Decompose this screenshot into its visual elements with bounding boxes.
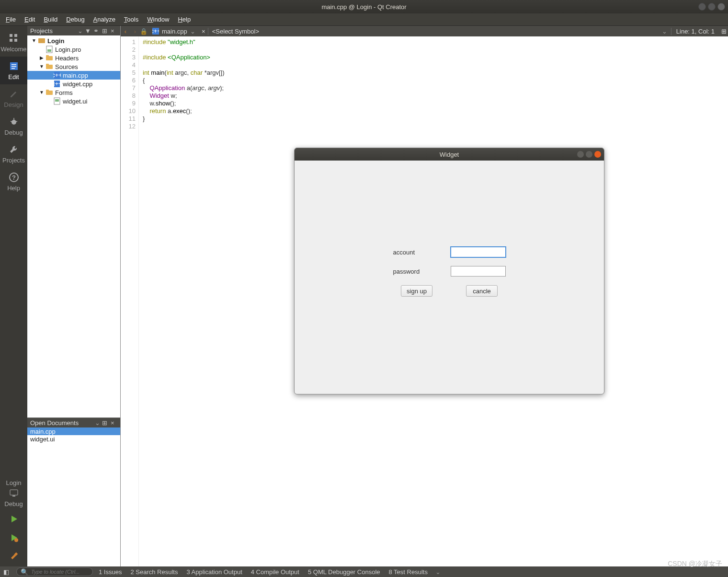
svg-line-10: [11, 121, 12, 122]
open-doc-row[interactable]: main.cpp: [27, 427, 120, 435]
menu-build[interactable]: Build: [40, 14, 61, 24]
signup-button[interactable]: sign up: [401, 285, 432, 297]
minimize-icon[interactable]: [698, 3, 706, 11]
output-tab[interactable]: 1 Issues: [99, 568, 122, 576]
filter-icon[interactable]: ▼: [85, 27, 91, 34]
svg-rect-7: [11, 68, 15, 69]
grid-icon: [8, 33, 20, 44]
mode-help[interactable]: ? Help: [0, 168, 27, 196]
status-bar: ◧ 🔍 1 Issues2 Search Results3 Applicatio…: [0, 566, 728, 577]
svg-point-8: [11, 120, 16, 125]
nav-back-icon[interactable]: ‹: [121, 28, 130, 35]
cancel-button[interactable]: cancle: [466, 285, 498, 297]
projects-panel-header: Projects ⌄ ▼ ⚭ ⊞ ×: [27, 26, 120, 35]
expander-icon[interactable]: ▼: [39, 90, 45, 95]
expander-icon[interactable]: [39, 46, 45, 52]
tree-row[interactable]: ▶Headers: [27, 54, 120, 62]
expander-icon[interactable]: [46, 72, 52, 78]
widget-close-icon[interactable]: [594, 151, 601, 158]
output-tab[interactable]: 5 QML Debugger Console: [308, 568, 380, 576]
kit-selector[interactable]: Login Debug: [0, 476, 27, 510]
tree-row[interactable]: ▼Sources: [27, 62, 120, 71]
sidebar-toggle-icon[interactable]: ◧: [2, 567, 11, 576]
expander-icon[interactable]: [46, 81, 52, 87]
open-doc-row[interactable]: widget.ui: [27, 435, 120, 443]
tree-row[interactable]: ▼Login: [27, 36, 120, 45]
play-icon: [8, 513, 20, 525]
build-button[interactable]: [0, 548, 27, 566]
editor-toolbar: ‹ › 🔒 c++ main.cpp ⌄ × <Select Symbol> ⌄…: [121, 26, 728, 36]
split-icon[interactable]: ⊞: [102, 419, 109, 426]
symbol-selector[interactable]: <Select Symbol> ⌄: [208, 28, 671, 35]
maximize-icon[interactable]: [708, 3, 716, 11]
output-tab[interactable]: 3 Application Output: [186, 568, 242, 576]
locator[interactable]: 🔍: [16, 567, 93, 576]
tree-row[interactable]: c++widget.cpp: [27, 80, 120, 88]
expander-icon[interactable]: ▼: [39, 64, 45, 69]
svg-rect-14: [10, 490, 18, 495]
menu-debug[interactable]: Debug: [62, 14, 88, 24]
tree-row[interactable]: c++main.cpp: [27, 71, 120, 80]
mode-label: Projects: [2, 157, 25, 164]
menu-bar: File Edit Build Debug Analyze Tools Wind…: [0, 13, 728, 26]
split-icon[interactable]: ⊞: [102, 27, 109, 34]
mode-welcome[interactable]: Welcome: [0, 29, 27, 57]
expander-icon[interactable]: ▼: [31, 38, 37, 44]
link-icon[interactable]: ⚭: [93, 27, 100, 34]
close-icon[interactable]: [717, 3, 725, 11]
tab-close-icon[interactable]: ×: [199, 28, 208, 35]
tree-row[interactable]: widget.ui: [27, 97, 120, 105]
tree-row[interactable]: Login.pro: [27, 45, 120, 54]
editor-split-icon[interactable]: ⊞: [719, 28, 728, 35]
password-input[interactable]: [451, 266, 506, 277]
widget-minimize-icon[interactable]: [577, 151, 584, 158]
code-editor[interactable]: 123456789101112 #include "widget.h"#incl…: [121, 36, 728, 566]
menu-help[interactable]: Help: [174, 14, 194, 24]
mode-edit[interactable]: Edit: [0, 57, 27, 84]
line-gutter: 123456789101112: [121, 36, 139, 566]
mode-debug[interactable]: Debug: [0, 112, 27, 140]
tree-row[interactable]: ▼Forms: [27, 88, 120, 97]
mode-label: Help: [7, 185, 20, 192]
svg-rect-15: [12, 496, 15, 496]
nav-forward-icon[interactable]: ›: [130, 28, 140, 35]
tree-label: widget.cpp: [63, 81, 92, 88]
tree-label: Login.pro: [55, 46, 81, 53]
account-input[interactable]: [451, 247, 506, 257]
run-debug-button[interactable]: [0, 529, 27, 548]
account-label: account: [393, 249, 432, 256]
svg-text:c++: c++: [53, 71, 61, 79]
svg-rect-5: [11, 64, 16, 65]
widget-title: Widget: [440, 151, 459, 158]
menu-window[interactable]: Window: [143, 14, 173, 24]
cursor-position[interactable]: Line: 1, Col: 1: [671, 28, 719, 35]
output-tab[interactable]: 2 Search Results: [130, 568, 178, 576]
tree-label: Sources: [55, 63, 78, 70]
mode-label: Edit: [8, 73, 19, 81]
widget-titlebar[interactable]: Widget: [295, 148, 604, 161]
run-button[interactable]: [0, 510, 27, 529]
menu-tools[interactable]: Tools: [120, 14, 142, 24]
expander-icon[interactable]: [46, 98, 52, 104]
menu-file[interactable]: File: [2, 14, 20, 24]
tree-label: Forms: [55, 89, 73, 96]
menu-analyze[interactable]: Analyze: [90, 14, 119, 24]
expander-icon[interactable]: ▶: [39, 55, 45, 61]
output-tab[interactable]: 4 Compile Output: [251, 568, 299, 576]
menu-edit[interactable]: Edit: [21, 14, 39, 24]
chevron-icon[interactable]: ⌄: [435, 568, 441, 576]
panel-close-icon[interactable]: ×: [111, 419, 117, 426]
output-tab[interactable]: 8 Test Results: [389, 568, 428, 576]
kit-label: Login: [6, 479, 22, 486]
open-documents-panel: Open Documents ⌄ ⊞ × main.cppwidget.ui: [27, 417, 120, 566]
pro-icon: [46, 46, 53, 53]
locator-input[interactable]: [31, 569, 89, 575]
hammer-icon: [8, 551, 20, 562]
mode-projects[interactable]: Projects: [0, 140, 27, 168]
mode-design[interactable]: Design: [0, 84, 27, 112]
panel-close-icon[interactable]: ×: [111, 27, 117, 34]
lock-icon[interactable]: 🔒: [140, 28, 148, 35]
cpp-icon: c++: [53, 80, 61, 88]
editor-file-selector[interactable]: c++ main.cpp ⌄: [148, 28, 199, 35]
widget-maximize-icon[interactable]: [586, 151, 592, 158]
